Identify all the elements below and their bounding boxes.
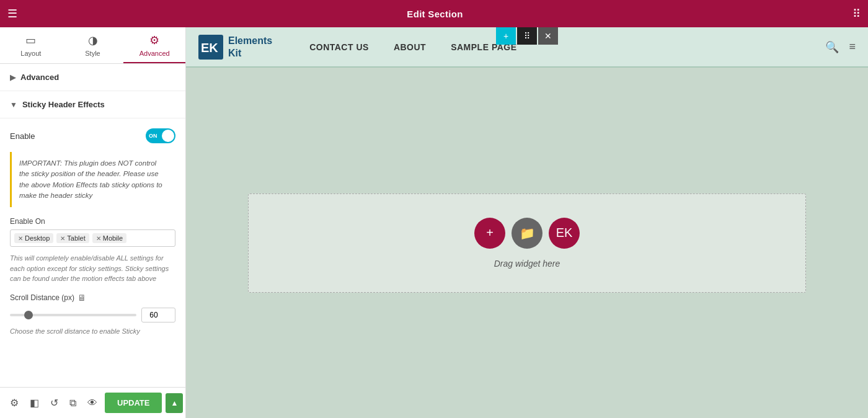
sticky-arrow-icon: ▼ — [10, 100, 17, 109]
scroll-distance-number[interactable] — [141, 308, 175, 322]
tabs-row: ▭ Layout ◑ Style ⚙ Advanced — [0, 27, 185, 64]
widget-add-button[interactable]: + — [474, 218, 505, 249]
hamburger-icon[interactable]: ☰ — [7, 7, 17, 20]
tags-input[interactable]: ✕ Desktop ✕ Tablet ✕ Mobile — [10, 229, 175, 247]
settings-icon[interactable]: ⚙ — [6, 393, 22, 412]
preview-nav: + ⠿ ✕ EK Elements Kit CONTACT US ABOUT S — [186, 27, 868, 68]
responsive-icon[interactable]: ⧉ — [66, 394, 80, 412]
preview-content: + 📁 EK Drag widget here — [186, 68, 868, 418]
tag-desktop-text: Desktop — [25, 234, 50, 242]
layers-icon[interactable]: ◧ — [26, 393, 43, 412]
advanced-arrow-icon: ▶ — [10, 73, 16, 82]
scroll-distance-slider[interactable] — [10, 314, 136, 316]
tab-style[interactable]: ◑ Style — [62, 27, 124, 63]
ek-logo-text: EK — [556, 226, 573, 240]
right-panel: + ⠿ ✕ EK Elements Kit CONTACT US ABOUT S — [186, 27, 868, 418]
grid-icon[interactable]: ⠿ — [852, 7, 861, 20]
layout-icon: ▭ — [25, 33, 36, 47]
preview-nav-actions: 🔍 ≡ — [825, 40, 856, 54]
sticky-section: ▼ Sticky Header Effects Enable ON — [0, 91, 185, 345]
update-arrow-button[interactable]: ▲ — [166, 393, 183, 413]
enable-row: Enable ON — [10, 128, 175, 143]
widget-folder-button[interactable]: 📁 — [512, 218, 542, 249]
tag-mobile-text: Mobile — [103, 234, 123, 242]
scroll-distance-help: Choose the scroll distance to enable Sti… — [10, 327, 175, 335]
tag-tablet: ✕ Tablet — [56, 233, 89, 243]
tag-mobile: ✕ Mobile — [92, 233, 126, 243]
monitor-icon: 🖥 — [78, 293, 86, 303]
widget-icons: + 📁 EK — [474, 218, 580, 249]
tab-style-label: Style — [85, 50, 100, 57]
enable-on-label: Enable On — [10, 217, 175, 226]
scroll-distance-label: Scroll Distance (px) — [10, 293, 74, 302]
page-title: Edit Section — [17, 9, 852, 19]
tag-desktop: ✕ Desktop — [14, 233, 53, 243]
notice-text: IMPORTANT: This plugin does NOT control … — [19, 159, 162, 199]
tab-layout-label: Layout — [20, 50, 41, 57]
search-icon[interactable]: 🔍 — [825, 40, 839, 54]
tab-advanced-label: Advanced — [140, 50, 170, 57]
eye-icon[interactable]: 👁 — [84, 394, 101, 412]
logo-svg: EK — [200, 36, 222, 58]
float-add-button[interactable]: + — [496, 27, 516, 45]
panel-content: ▶ Advanced ▼ Sticky Header Effects Enabl… — [0, 64, 185, 387]
floating-edit-bar: + ⠿ ✕ — [496, 27, 558, 45]
menu-icon[interactable]: ≡ — [849, 40, 856, 53]
preview-logo: EK Elements Kit — [198, 35, 272, 60]
svg-text:EK: EK — [201, 41, 218, 55]
main-layout: ▭ Layout ◑ Style ⚙ Advanced ▶ Advanced — [0, 27, 868, 418]
tag-tablet-remove[interactable]: ✕ — [60, 235, 65, 242]
tab-layout[interactable]: ▭ Layout — [0, 27, 62, 63]
left-panel: ▭ Layout ◑ Style ⚙ Advanced ▶ Advanced — [0, 27, 186, 418]
nav-about[interactable]: ABOUT — [394, 42, 426, 52]
enable-label: Enable — [10, 131, 35, 141]
sticky-section-label: Sticky Header Effects — [22, 100, 105, 109]
history-icon[interactable]: ↺ — [46, 393, 62, 412]
advanced-section-label: Advanced — [20, 73, 59, 82]
sticky-body: Enable ON IMPORTANT: This plugin does NO… — [0, 118, 185, 345]
float-close-button[interactable]: ✕ — [538, 27, 558, 45]
bottom-bar: ⚙ ◧ ↺ ⧉ 👁 UPDATE ▲ — [0, 387, 185, 418]
widget-placeholder: + 📁 EK Drag widget here — [248, 193, 806, 293]
tab-advanced[interactable]: ⚙ Advanced — [123, 27, 185, 63]
top-bar: ☰ Edit Section ⠿ — [0, 0, 868, 27]
tag-tablet-text: Tablet — [67, 234, 85, 242]
drag-text: Drag widget here — [494, 259, 560, 269]
advanced-icon: ⚙ — [149, 33, 159, 47]
scroll-distance-row: Scroll Distance (px) 🖥 — [10, 293, 175, 303]
logo-text: Elements Kit — [228, 35, 272, 58]
slider-row — [10, 308, 175, 322]
tag-mobile-remove[interactable]: ✕ — [96, 235, 101, 242]
toggle-switch[interactable]: ON — [146, 128, 175, 143]
style-icon: ◑ — [88, 33, 98, 47]
sticky-section-header[interactable]: ▼ Sticky Header Effects — [0, 91, 185, 118]
widget-ek-button[interactable]: EK — [549, 218, 580, 249]
update-button[interactable]: UPDATE — [105, 393, 162, 413]
logo-icon: EK — [198, 35, 223, 60]
tag-desktop-remove[interactable]: ✕ — [18, 235, 23, 242]
nav-contact[interactable]: CONTACT US — [309, 42, 369, 52]
toggle-on-label: ON — [149, 133, 157, 139]
toggle-knob — [162, 130, 174, 142]
help-text: This will completely enable/disable ALL … — [10, 253, 175, 284]
advanced-section-row[interactable]: ▶ Advanced — [0, 64, 185, 91]
preview-nav-links: CONTACT US ABOUT SAMPLE PAGE — [309, 42, 516, 52]
float-grid-button[interactable]: ⠿ — [517, 27, 537, 45]
notice-box: IMPORTANT: This plugin does NOT control … — [10, 152, 175, 207]
toggle-wrap[interactable]: ON — [146, 128, 175, 143]
